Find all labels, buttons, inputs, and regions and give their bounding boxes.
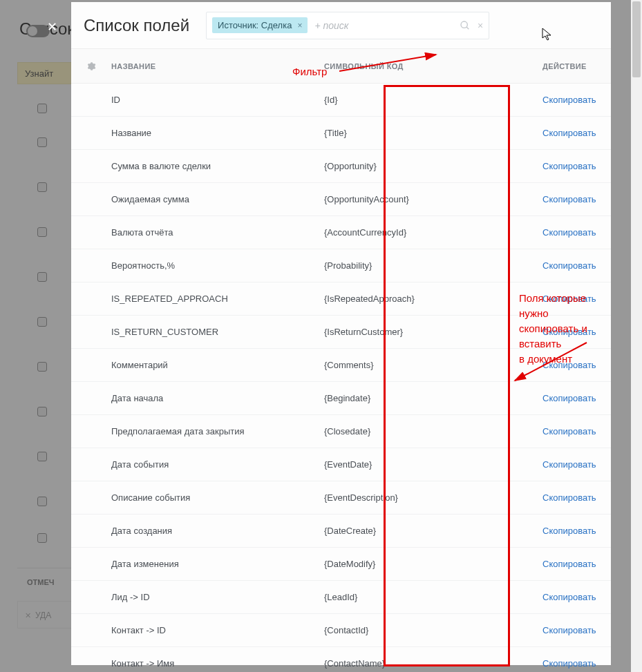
- chip-remove-icon[interactable]: ×: [297, 21, 302, 30]
- cell-code: {Comments}: [324, 360, 542, 370]
- cell-code: {DateModify}: [324, 559, 542, 569]
- cell-name: Описание события: [111, 492, 324, 503]
- copy-link[interactable]: Скопировать: [542, 459, 596, 470]
- copy-link[interactable]: Скопировать: [542, 393, 596, 403]
- cell-code: {Probability}: [324, 260, 542, 271]
- annotation-filter-label: Фильтр: [292, 66, 327, 77]
- filter-box[interactable]: Источник: Сделка × ×: [206, 12, 489, 39]
- table-row: ID{Id}Скопировать: [71, 84, 611, 117]
- mouse-cursor-icon: [542, 28, 553, 41]
- svg-line-2: [339, 55, 436, 71]
- table-row: Лид -> ID{LeadId}Скопировать: [71, 581, 611, 614]
- cell-name: Дата начала: [111, 393, 324, 403]
- annotation-arrow-filter: [339, 50, 450, 85]
- cell-code: {LeadId}: [324, 592, 542, 602]
- svg-line-3: [515, 343, 587, 381]
- table-row: Вероятность,%{Probability}Скопировать: [71, 249, 611, 282]
- table-row: Контакт -> Имя{ContactName}Скопировать: [71, 647, 611, 672]
- cell-code: {IsReturnCustomer}: [324, 327, 542, 337]
- copy-link[interactable]: Скопировать: [542, 128, 596, 138]
- copy-link[interactable]: Скопировать: [542, 227, 596, 238]
- table-row: Валюта отчёта{AccountCurrencyId}Скопиров…: [71, 216, 611, 249]
- cell-code: {Opportunity}: [324, 161, 542, 171]
- cell-name: Дата создания: [111, 526, 324, 536]
- cell-code: {EventDescription}: [324, 492, 542, 503]
- copy-link[interactable]: Скопировать: [542, 426, 596, 436]
- cell-name: Ожидаемая сумма: [111, 194, 324, 204]
- cell-code: {AccountCurrencyId}: [324, 227, 542, 238]
- svg-line-1: [466, 27, 469, 29]
- table-row: Название{Title}Скопировать: [71, 117, 611, 150]
- cell-code: {Begindate}: [324, 393, 542, 403]
- cell-name: Название: [111, 128, 324, 138]
- cell-name: IS_RETURN_CUSTOMER: [111, 327, 324, 337]
- modal-header: Список полей Источник: Сделка × ×: [71, 2, 611, 49]
- cell-name: Лид -> ID: [111, 592, 324, 602]
- filter-chip-label: Источник: Сделка: [218, 20, 292, 30]
- cell-code: {Closedate}: [324, 426, 542, 436]
- filter-chip[interactable]: Источник: Сделка ×: [212, 17, 308, 33]
- cell-name: Контакт -> ID: [111, 625, 324, 635]
- table-row: Дата события{EventDate}Скопировать: [71, 448, 611, 481]
- cell-name: Предполагаемая дата закрытия: [111, 426, 324, 436]
- cell-code: {DateCreate}: [324, 526, 542, 536]
- copy-link[interactable]: Скопировать: [542, 526, 596, 536]
- search-icon[interactable]: [460, 20, 471, 31]
- cell-code: {ContactId}: [324, 625, 542, 635]
- annotation-copy-hint-l1: Поля которые нужно: [519, 292, 586, 319]
- cell-name: Дата изменения: [111, 559, 324, 569]
- cell-code: {IsRepeatedApproach}: [324, 294, 542, 304]
- table-row: Описание события{EventDescription}Скопир…: [71, 481, 611, 515]
- copy-link[interactable]: Скопировать: [542, 260, 596, 271]
- table-row: Предполагаемая дата закрытия{Closedate}С…: [71, 415, 611, 448]
- cell-code: {Title}: [324, 128, 542, 138]
- scrollbar-thumb[interactable]: [632, 1, 641, 77]
- annotation-arrow-box: [511, 339, 594, 394]
- cell-code: {ContactName}: [324, 658, 542, 669]
- gear-icon[interactable]: [86, 61, 96, 71]
- col-header-action[interactable]: ДЕЙСТВИЕ: [542, 62, 611, 70]
- copy-link[interactable]: Скопировать: [542, 161, 596, 171]
- cell-code: {Id}: [324, 95, 542, 105]
- copy-link[interactable]: Скопировать: [542, 95, 596, 105]
- copy-link[interactable]: Скопировать: [542, 625, 596, 635]
- copy-link[interactable]: Скопировать: [542, 658, 596, 669]
- close-icon[interactable]: ✕: [44, 19, 60, 35]
- copy-link[interactable]: Скопировать: [542, 194, 596, 204]
- table-row: Сумма в валюте сделки{Opportunity}Скопир…: [71, 150, 611, 183]
- table-row: Контакт -> ID{ContactId}Скопировать: [71, 614, 611, 647]
- clear-icon[interactable]: ×: [478, 20, 483, 31]
- table-row: Дата создания{DateCreate}Скопировать: [71, 515, 611, 548]
- copy-link[interactable]: Скопировать: [542, 492, 596, 503]
- table-row: Ожидаемая сумма{OpportunityAccount}Скопи…: [71, 183, 611, 216]
- search-input[interactable]: [314, 20, 460, 31]
- cell-name: ID: [111, 95, 324, 105]
- cell-name: Дата события: [111, 459, 324, 470]
- copy-link[interactable]: Скопировать: [542, 592, 596, 602]
- copy-link[interactable]: Скопировать: [542, 559, 596, 569]
- cell-code: {EventDate}: [324, 459, 542, 470]
- cell-name: Сумма в валюте сделки: [111, 161, 324, 171]
- cell-name: Вероятность,%: [111, 260, 324, 271]
- cell-name: Контакт -> Имя: [111, 658, 324, 669]
- cell-name: IS_REPEATED_APPROACH: [111, 294, 324, 304]
- cell-name: Комментарий: [111, 360, 324, 370]
- cell-code: {OpportunityAccount}: [324, 194, 542, 204]
- modal-title: Список полей: [84, 16, 189, 35]
- scrollbar-track[interactable]: [631, 0, 642, 672]
- cell-name: Валюта отчёта: [111, 227, 324, 238]
- table-row: Дата изменения{DateModify}Скопировать: [71, 548, 611, 581]
- svg-point-0: [461, 21, 467, 28]
- fields-modal: ✕ Список полей Источник: Сделка × × НАЗВ…: [71, 2, 611, 665]
